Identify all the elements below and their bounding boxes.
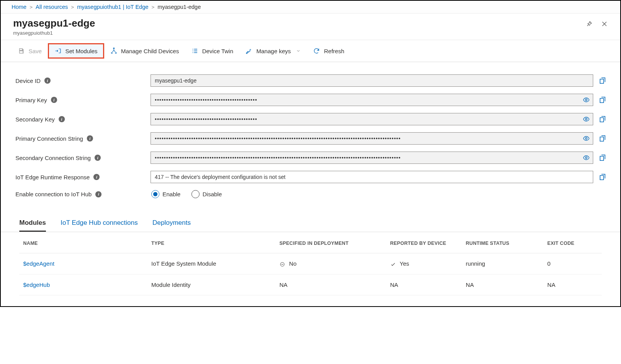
check-icon	[390, 261, 396, 267]
copy-icon[interactable]	[599, 134, 607, 143]
module-runtime: NA	[466, 281, 474, 288]
breadcrumb-current: myasegpu1-edge	[157, 4, 201, 10]
primary-connection-string-label: Primary Connection String	[15, 135, 83, 142]
reveal-icon[interactable]	[583, 116, 590, 123]
info-icon[interactable]: i	[59, 116, 65, 122]
device-twin-label: Device Twin	[202, 48, 234, 54]
enable-radio-label: Enable	[162, 191, 181, 197]
breadcrumb-iothub[interactable]: myasegpuiothub1 | IoT Edge	[77, 4, 149, 10]
reveal-icon[interactable]	[583, 96, 590, 103]
manage-keys-icon	[245, 47, 252, 54]
module-name-link[interactable]: $edgeHub	[23, 281, 50, 288]
refresh-button[interactable]: Refresh	[307, 44, 350, 58]
copy-icon[interactable]	[599, 96, 607, 104]
copy-icon[interactable]	[599, 153, 607, 162]
child-devices-icon	[110, 47, 117, 54]
primary-key-field[interactable]: ••••••••••••••••••••••••••••••••••••••••…	[151, 94, 593, 106]
set-modules-label: Set Modules	[65, 48, 97, 54]
page-title: myasegpu1-edge	[13, 17, 95, 29]
module-type: IoT Edge System Module	[151, 260, 216, 267]
module-specified: NA	[279, 281, 288, 288]
module-exit: NA	[547, 281, 555, 288]
module-reported: Yes	[400, 260, 409, 267]
enable-radio[interactable]: Enable	[151, 190, 181, 198]
disable-radio[interactable]: Disable	[191, 190, 222, 198]
col-exit-header[interactable]: EXIT CODE	[543, 232, 602, 253]
breadcrumb-sep: >	[71, 4, 74, 10]
copy-icon[interactable]	[599, 76, 607, 85]
pin-icon[interactable]	[585, 20, 592, 27]
table-row[interactable]: $edgeAgent IoT Edge System Module No Yes…	[19, 253, 602, 275]
copy-icon[interactable]	[599, 173, 607, 181]
breadcrumb-sep: >	[30, 4, 33, 10]
info-icon[interactable]: i	[93, 174, 100, 180]
primary-key-label: Primary Key	[15, 97, 47, 103]
col-name-header[interactable]: NAME	[19, 232, 147, 253]
module-type: Module Identity	[151, 281, 191, 288]
tab-connections[interactable]: IoT Edge Hub connections	[61, 219, 138, 232]
module-reported: NA	[390, 281, 398, 288]
col-runtime-header[interactable]: RUNTIME STATUS	[462, 232, 543, 253]
manage-keys-label: Manage keys	[256, 48, 291, 54]
runtime-response-field[interactable]: 417 -- The device's deployment configura…	[151, 171, 593, 183]
set-modules-icon	[54, 47, 61, 54]
col-reported-header[interactable]: REPORTED BY DEVICE	[386, 232, 462, 253]
manage-keys-button[interactable]: Manage keys	[239, 44, 307, 58]
col-type-header[interactable]: TYPE	[147, 232, 276, 253]
set-modules-button[interactable]: Set Modules	[48, 43, 104, 59]
runtime-response-label: IoT Edge Runtime Response	[15, 174, 90, 180]
copy-icon[interactable]	[599, 115, 607, 123]
info-icon[interactable]: i	[95, 155, 101, 161]
save-button: Save	[12, 44, 48, 58]
close-icon[interactable]	[601, 20, 608, 27]
manage-child-devices-button[interactable]: Manage Child Devices	[104, 44, 185, 58]
tab-modules[interactable]: Modules	[19, 219, 46, 232]
secondary-cs-value: ••••••••••••••••••••••••••••••••••••••••…	[155, 155, 401, 161]
secondary-connection-string-field[interactable]: ••••••••••••••••••••••••••••••••••••••••…	[151, 152, 593, 164]
info-icon[interactable]: i	[87, 135, 93, 142]
device-id-value: myasegpu1-edge	[155, 78, 196, 84]
module-specified: No	[289, 260, 296, 267]
command-bar: Save Set Modules Manage Child Devices De…	[1, 40, 620, 62]
runtime-response-value: 417 -- The device's deployment configura…	[155, 174, 286, 180]
breadcrumb-all-resources[interactable]: All resources	[36, 4, 68, 10]
table-row[interactable]: $edgeHub Module Identity NA NA NA NA	[19, 274, 602, 295]
disable-radio-label: Disable	[203, 191, 222, 197]
radio-unselected-icon	[191, 190, 200, 198]
refresh-icon	[313, 47, 320, 54]
device-twin-button[interactable]: Device Twin	[185, 44, 240, 58]
device-twin-icon	[191, 47, 198, 54]
secondary-key-field[interactable]: ••••••••••••••••••••••••••••••••••••••••…	[151, 113, 593, 125]
manage-child-label: Manage Child Devices	[121, 48, 179, 54]
tab-deployments[interactable]: Deployments	[152, 219, 191, 232]
breadcrumb-home[interactable]: Home	[12, 4, 27, 10]
info-icon[interactable]: i	[51, 97, 57, 103]
info-icon[interactable]: i	[44, 78, 51, 84]
save-icon	[18, 47, 25, 54]
enable-connection-label: Enable connection to IoT Hub	[15, 191, 91, 197]
info-icon[interactable]: i	[95, 191, 102, 197]
module-runtime: running	[466, 260, 485, 267]
page-subtitle: myasegpuiothub1	[13, 30, 95, 36]
breadcrumb: Home > All resources > myasegpuiothub1 |…	[1, 1, 620, 13]
module-name-link[interactable]: $edgeAgent	[23, 260, 54, 267]
device-id-field[interactable]: myasegpu1-edge	[151, 74, 593, 87]
primary-cs-value: ••••••••••••••••••••••••••••••••••••••••…	[155, 135, 401, 142]
col-specified-header[interactable]: SPECIFIED IN DEPLOYMENT	[276, 232, 386, 253]
breadcrumb-sep: >	[152, 4, 155, 10]
chevron-down-icon	[296, 49, 301, 53]
primary-connection-string-field[interactable]: ••••••••••••••••••••••••••••••••••••••••…	[151, 132, 593, 145]
module-exit: 0	[547, 260, 550, 267]
device-id-label: Device ID	[15, 78, 41, 84]
modules-table: NAME TYPE SPECIFIED IN DEPLOYMENT REPORT…	[19, 232, 602, 295]
minus-circle-icon	[279, 261, 285, 267]
primary-key-value: ••••••••••••••••••••••••••••••••••••••••…	[155, 97, 257, 103]
reveal-icon[interactable]	[583, 135, 590, 142]
secondary-key-label: Secondary Key	[15, 116, 55, 123]
secondary-key-value: ••••••••••••••••••••••••••••••••••••••••…	[155, 116, 257, 122]
secondary-connection-string-label: Secondary Connection String	[15, 155, 91, 161]
reveal-icon[interactable]	[583, 154, 590, 161]
save-label: Save	[29, 48, 42, 54]
tab-strip: Modules IoT Edge Hub connections Deploym…	[1, 210, 620, 232]
radio-selected-icon	[151, 190, 159, 198]
